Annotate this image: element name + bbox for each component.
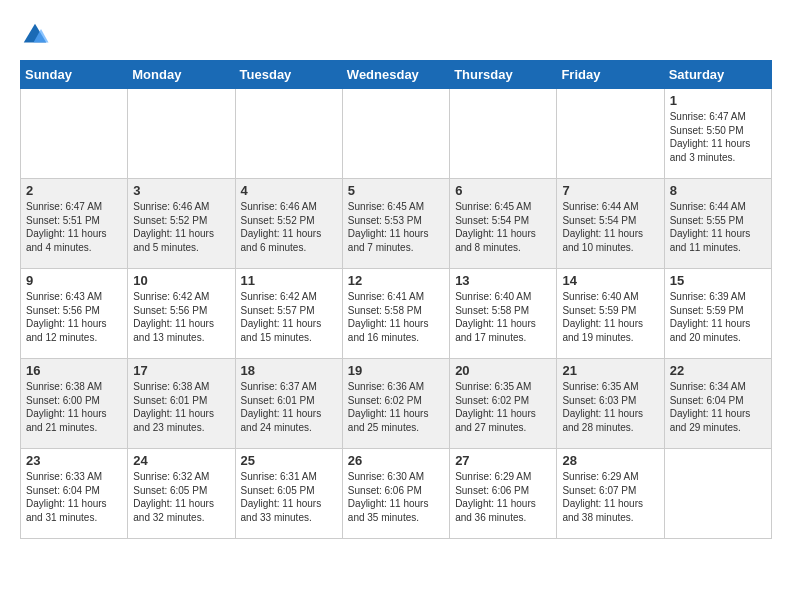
calendar-cell: 21Sunrise: 6:35 AM Sunset: 6:03 PM Dayli…: [557, 359, 664, 449]
calendar-week-row: 23Sunrise: 6:33 AM Sunset: 6:04 PM Dayli…: [21, 449, 772, 539]
day-info: Sunrise: 6:35 AM Sunset: 6:03 PM Dayligh…: [562, 380, 658, 434]
calendar-cell: 11Sunrise: 6:42 AM Sunset: 5:57 PM Dayli…: [235, 269, 342, 359]
calendar-cell: 26Sunrise: 6:30 AM Sunset: 6:06 PM Dayli…: [342, 449, 449, 539]
calendar-cell: 1Sunrise: 6:47 AM Sunset: 5:50 PM Daylig…: [664, 89, 771, 179]
calendar-week-row: 9Sunrise: 6:43 AM Sunset: 5:56 PM Daylig…: [21, 269, 772, 359]
day-number: 3: [133, 183, 229, 198]
calendar-cell: 2Sunrise: 6:47 AM Sunset: 5:51 PM Daylig…: [21, 179, 128, 269]
day-number: 12: [348, 273, 444, 288]
calendar-day-header: Wednesday: [342, 61, 449, 89]
day-info: Sunrise: 6:32 AM Sunset: 6:05 PM Dayligh…: [133, 470, 229, 524]
calendar-cell: [235, 89, 342, 179]
day-info: Sunrise: 6:30 AM Sunset: 6:06 PM Dayligh…: [348, 470, 444, 524]
calendar-cell: [21, 89, 128, 179]
calendar-cell: 23Sunrise: 6:33 AM Sunset: 6:04 PM Dayli…: [21, 449, 128, 539]
day-info: Sunrise: 6:41 AM Sunset: 5:58 PM Dayligh…: [348, 290, 444, 344]
day-number: 28: [562, 453, 658, 468]
day-number: 24: [133, 453, 229, 468]
calendar-header-row: SundayMondayTuesdayWednesdayThursdayFrid…: [21, 61, 772, 89]
calendar-cell: 4Sunrise: 6:46 AM Sunset: 5:52 PM Daylig…: [235, 179, 342, 269]
calendar-cell: 6Sunrise: 6:45 AM Sunset: 5:54 PM Daylig…: [450, 179, 557, 269]
day-info: Sunrise: 6:43 AM Sunset: 5:56 PM Dayligh…: [26, 290, 122, 344]
day-number: 15: [670, 273, 766, 288]
day-info: Sunrise: 6:46 AM Sunset: 5:52 PM Dayligh…: [241, 200, 337, 254]
calendar-cell: 27Sunrise: 6:29 AM Sunset: 6:06 PM Dayli…: [450, 449, 557, 539]
logo: [20, 20, 54, 50]
calendar-cell: 18Sunrise: 6:37 AM Sunset: 6:01 PM Dayli…: [235, 359, 342, 449]
day-info: Sunrise: 6:40 AM Sunset: 5:58 PM Dayligh…: [455, 290, 551, 344]
calendar-week-row: 1Sunrise: 6:47 AM Sunset: 5:50 PM Daylig…: [21, 89, 772, 179]
day-info: Sunrise: 6:37 AM Sunset: 6:01 PM Dayligh…: [241, 380, 337, 434]
day-info: Sunrise: 6:47 AM Sunset: 5:50 PM Dayligh…: [670, 110, 766, 164]
day-info: Sunrise: 6:46 AM Sunset: 5:52 PM Dayligh…: [133, 200, 229, 254]
calendar-week-row: 2Sunrise: 6:47 AM Sunset: 5:51 PM Daylig…: [21, 179, 772, 269]
day-number: 14: [562, 273, 658, 288]
logo-icon: [20, 20, 50, 50]
day-number: 2: [26, 183, 122, 198]
day-number: 8: [670, 183, 766, 198]
day-info: Sunrise: 6:34 AM Sunset: 6:04 PM Dayligh…: [670, 380, 766, 434]
day-info: Sunrise: 6:45 AM Sunset: 5:54 PM Dayligh…: [455, 200, 551, 254]
calendar-cell: 28Sunrise: 6:29 AM Sunset: 6:07 PM Dayli…: [557, 449, 664, 539]
calendar-cell: 24Sunrise: 6:32 AM Sunset: 6:05 PM Dayli…: [128, 449, 235, 539]
day-number: 13: [455, 273, 551, 288]
calendar-cell: [128, 89, 235, 179]
calendar-cell: 8Sunrise: 6:44 AM Sunset: 5:55 PM Daylig…: [664, 179, 771, 269]
day-info: Sunrise: 6:47 AM Sunset: 5:51 PM Dayligh…: [26, 200, 122, 254]
day-number: 7: [562, 183, 658, 198]
day-number: 11: [241, 273, 337, 288]
calendar-cell: 9Sunrise: 6:43 AM Sunset: 5:56 PM Daylig…: [21, 269, 128, 359]
calendar-cell: 20Sunrise: 6:35 AM Sunset: 6:02 PM Dayli…: [450, 359, 557, 449]
day-info: Sunrise: 6:36 AM Sunset: 6:02 PM Dayligh…: [348, 380, 444, 434]
day-info: Sunrise: 6:42 AM Sunset: 5:57 PM Dayligh…: [241, 290, 337, 344]
day-number: 22: [670, 363, 766, 378]
day-number: 4: [241, 183, 337, 198]
calendar-cell: [342, 89, 449, 179]
day-number: 5: [348, 183, 444, 198]
day-number: 10: [133, 273, 229, 288]
day-info: Sunrise: 6:38 AM Sunset: 6:01 PM Dayligh…: [133, 380, 229, 434]
calendar-cell: [664, 449, 771, 539]
calendar-day-header: Friday: [557, 61, 664, 89]
day-info: Sunrise: 6:29 AM Sunset: 6:07 PM Dayligh…: [562, 470, 658, 524]
day-info: Sunrise: 6:44 AM Sunset: 5:55 PM Dayligh…: [670, 200, 766, 254]
day-number: 16: [26, 363, 122, 378]
calendar-cell: 19Sunrise: 6:36 AM Sunset: 6:02 PM Dayli…: [342, 359, 449, 449]
calendar-cell: 16Sunrise: 6:38 AM Sunset: 6:00 PM Dayli…: [21, 359, 128, 449]
calendar-day-header: Sunday: [21, 61, 128, 89]
calendar-day-header: Thursday: [450, 61, 557, 89]
day-info: Sunrise: 6:38 AM Sunset: 6:00 PM Dayligh…: [26, 380, 122, 434]
calendar-cell: 25Sunrise: 6:31 AM Sunset: 6:05 PM Dayli…: [235, 449, 342, 539]
day-info: Sunrise: 6:39 AM Sunset: 5:59 PM Dayligh…: [670, 290, 766, 344]
day-info: Sunrise: 6:35 AM Sunset: 6:02 PM Dayligh…: [455, 380, 551, 434]
calendar-cell: 10Sunrise: 6:42 AM Sunset: 5:56 PM Dayli…: [128, 269, 235, 359]
calendar-cell: 13Sunrise: 6:40 AM Sunset: 5:58 PM Dayli…: [450, 269, 557, 359]
day-number: 1: [670, 93, 766, 108]
calendar-cell: 15Sunrise: 6:39 AM Sunset: 5:59 PM Dayli…: [664, 269, 771, 359]
calendar-cell: [450, 89, 557, 179]
calendar-day-header: Saturday: [664, 61, 771, 89]
day-info: Sunrise: 6:44 AM Sunset: 5:54 PM Dayligh…: [562, 200, 658, 254]
calendar-cell: 17Sunrise: 6:38 AM Sunset: 6:01 PM Dayli…: [128, 359, 235, 449]
calendar-table: SundayMondayTuesdayWednesdayThursdayFrid…: [20, 60, 772, 539]
calendar-cell: 5Sunrise: 6:45 AM Sunset: 5:53 PM Daylig…: [342, 179, 449, 269]
day-info: Sunrise: 6:29 AM Sunset: 6:06 PM Dayligh…: [455, 470, 551, 524]
day-number: 26: [348, 453, 444, 468]
day-number: 19: [348, 363, 444, 378]
day-number: 23: [26, 453, 122, 468]
day-info: Sunrise: 6:45 AM Sunset: 5:53 PM Dayligh…: [348, 200, 444, 254]
calendar-cell: 7Sunrise: 6:44 AM Sunset: 5:54 PM Daylig…: [557, 179, 664, 269]
calendar-cell: 3Sunrise: 6:46 AM Sunset: 5:52 PM Daylig…: [128, 179, 235, 269]
calendar-day-header: Tuesday: [235, 61, 342, 89]
day-number: 25: [241, 453, 337, 468]
day-info: Sunrise: 6:40 AM Sunset: 5:59 PM Dayligh…: [562, 290, 658, 344]
day-number: 27: [455, 453, 551, 468]
day-number: 17: [133, 363, 229, 378]
day-info: Sunrise: 6:42 AM Sunset: 5:56 PM Dayligh…: [133, 290, 229, 344]
day-number: 18: [241, 363, 337, 378]
day-info: Sunrise: 6:31 AM Sunset: 6:05 PM Dayligh…: [241, 470, 337, 524]
day-number: 6: [455, 183, 551, 198]
day-info: Sunrise: 6:33 AM Sunset: 6:04 PM Dayligh…: [26, 470, 122, 524]
calendar-cell: 14Sunrise: 6:40 AM Sunset: 5:59 PM Dayli…: [557, 269, 664, 359]
calendar-cell: [557, 89, 664, 179]
